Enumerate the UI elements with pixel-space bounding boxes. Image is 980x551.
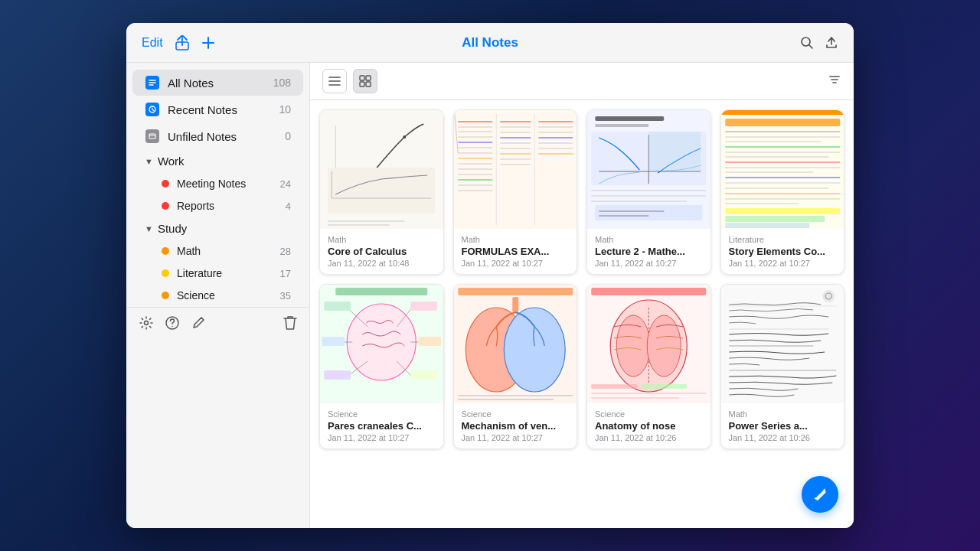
note-card-4[interactable]: Literature Story Elements Co... Jan 11, … — [720, 109, 845, 275]
science-count: 35 — [280, 290, 291, 302]
note-category-5: Science — [328, 409, 436, 419]
note-category-4: Literature — [729, 235, 837, 244]
note-thumbnail-4 — [721, 110, 844, 229]
svg-point-1 — [802, 37, 810, 46]
svg-rect-86 — [725, 208, 840, 214]
svg-rect-118 — [591, 384, 637, 389]
sidebar-item-reports[interactable]: Reports 4 — [132, 195, 303, 217]
note-category-8: Math — [729, 409, 837, 419]
note-card-6[interactable]: Science Mechanism of ven... Jan 11, 2022… — [453, 284, 578, 449]
note-thumbnail-8 — [721, 285, 844, 403]
svg-point-108 — [504, 308, 565, 392]
svg-rect-57 — [595, 116, 664, 121]
sidebar-item-science[interactable]: Science 35 — [132, 285, 303, 306]
note-category-6: Science — [462, 409, 570, 419]
pen-icon[interactable] — [191, 315, 206, 334]
sidebar-item-math[interactable]: Math 28 — [132, 240, 303, 262]
math-count: 28 — [280, 246, 291, 257]
add-button[interactable] — [201, 36, 215, 50]
note-card-1[interactable]: Math Core of Calculus Jan 11, 2022 at 10… — [319, 109, 444, 275]
settings-icon[interactable] — [139, 315, 154, 334]
main-wrapper: Math Core of Calculus Jan 11, 2022 at 10… — [310, 63, 854, 528]
svg-rect-3 — [149, 134, 155, 139]
note-card-3[interactable]: Math Lecture 2 - Mathe... Jan 11, 2022 a… — [586, 109, 711, 275]
main-toolbar — [310, 63, 854, 100]
main-content: Math Core of Calculus Jan 11, 2022 at 10… — [310, 63, 854, 528]
sidebar-item-all-notes[interactable]: All Notes 108 — [132, 70, 303, 96]
note-thumbnail-1 — [320, 110, 443, 229]
share-button[interactable] — [175, 35, 189, 51]
header-left: Edit — [142, 35, 215, 51]
note-info-3: Math Lecture 2 - Mathe... Jan 11, 2022 a… — [587, 229, 710, 274]
note-card-8[interactable]: Math Power Series a... Jan 11, 2022 at 1… — [720, 284, 845, 449]
sidebar-item-literature[interactable]: Literature 17 — [132, 262, 303, 284]
svg-point-115 — [647, 315, 681, 377]
unfiled-notes-icon — [145, 129, 160, 143]
note-title-4: Story Elements Co... — [729, 246, 837, 257]
meeting-notes-count: 24 — [280, 178, 291, 190]
note-category-7: Science — [595, 409, 703, 419]
edit-button[interactable]: Edit — [142, 36, 163, 50]
note-category-2: Math — [462, 235, 570, 244]
sidebar-section-study[interactable]: ▼ Study — [132, 217, 303, 240]
all-notes-count: 108 — [273, 77, 291, 89]
new-note-fab[interactable] — [802, 476, 838, 513]
help-icon[interactable] — [165, 315, 180, 334]
study-chevron-icon: ▼ — [145, 224, 153, 233]
unfiled-notes-label: Unfiled Notes — [168, 130, 285, 143]
note-title-1: Core of Calculus — [328, 246, 436, 257]
sidebar-item-unfiled-notes[interactable]: Unfiled Notes 0 — [132, 123, 303, 149]
svg-rect-103 — [335, 288, 427, 295]
note-card-7[interactable]: Science Anatomy of nose Jan 11, 2022 at … — [586, 284, 711, 449]
svg-rect-22 — [454, 110, 577, 229]
svg-rect-9 — [360, 82, 364, 86]
list-view-button[interactable] — [322, 69, 347, 93]
note-date-3: Jan 11, 2022 at 10:27 — [595, 259, 703, 268]
math-label: Math — [177, 245, 280, 257]
svg-rect-70 — [725, 119, 840, 126]
export-button[interactable] — [825, 36, 838, 50]
svg-rect-10 — [366, 82, 371, 86]
svg-point-4 — [145, 321, 149, 325]
svg-rect-87 — [725, 216, 825, 222]
math-dot — [162, 247, 169, 255]
svg-point-16 — [403, 135, 406, 139]
note-title-7: Anatomy of nose — [595, 420, 703, 432]
all-notes-icon — [145, 76, 160, 90]
meeting-notes-label: Meeting Notes — [177, 178, 280, 190]
sidebar-section-work[interactable]: ▼ Work — [132, 150, 303, 172]
note-date-8: Jan 11, 2022 at 10:26 — [729, 433, 837, 442]
work-section-label: Work — [158, 155, 185, 168]
body: All Notes 108 Recent Notes 10 — [126, 63, 854, 528]
note-card-2[interactable]: Math FORMULAS EXA... Jan 11, 2022 at 10:… — [453, 109, 578, 275]
note-info-1: Math Core of Calculus Jan 11, 2022 at 10… — [320, 229, 443, 274]
svg-point-114 — [616, 315, 650, 377]
note-date-7: Jan 11, 2022 at 10:26 — [595, 433, 703, 442]
unfiled-notes-count: 0 — [285, 130, 291, 142]
sidebar-item-meeting-notes[interactable]: Meeting Notes 24 — [132, 173, 303, 194]
reports-dot — [162, 202, 169, 210]
svg-rect-88 — [725, 223, 809, 228]
note-date-6: Jan 11, 2022 at 10:27 — [462, 433, 570, 442]
header: Edit All Notes — [126, 23, 854, 63]
note-card-5[interactable]: Science Pares craneales C... Jan 11, 202… — [319, 284, 444, 449]
sidebar-item-recent-notes[interactable]: Recent Notes 10 — [132, 96, 303, 122]
svg-rect-99 — [322, 337, 345, 346]
svg-rect-112 — [591, 288, 706, 295]
trash-icon[interactable] — [283, 315, 297, 334]
sort-button[interactable] — [828, 73, 841, 90]
reports-label: Reports — [177, 200, 286, 212]
literature-label: Literature — [177, 267, 280, 279]
note-thumbnail-2 — [454, 110, 577, 229]
grid-view-button[interactable] — [353, 69, 377, 93]
svg-rect-98 — [410, 302, 437, 311]
app-window: Edit All Notes — [126, 23, 854, 528]
note-thumbnail-7 — [587, 285, 710, 403]
note-category-3: Math — [595, 235, 703, 244]
note-info-7: Science Anatomy of nose Jan 11, 2022 at … — [587, 403, 710, 448]
search-button[interactable] — [800, 36, 814, 50]
svg-point-121 — [822, 290, 835, 302]
svg-rect-66 — [595, 205, 702, 220]
note-title-8: Power Series a... — [729, 420, 837, 432]
svg-rect-58 — [595, 124, 648, 127]
